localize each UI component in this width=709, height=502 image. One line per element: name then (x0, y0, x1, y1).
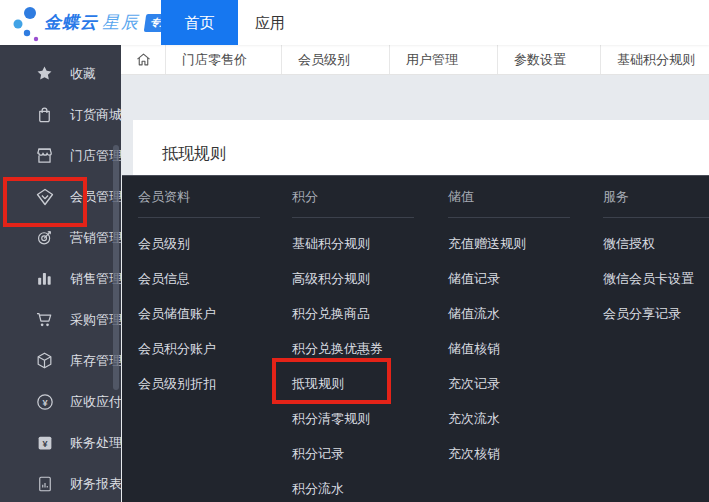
megamenu-item[interactable]: 充次核销 (448, 436, 570, 471)
sidebar-item-1[interactable]: 收藏 (0, 53, 121, 94)
opened-tab-5[interactable]: 基础积分规则 (600, 45, 709, 74)
column-header-divider (292, 217, 414, 218)
megamenu-item[interactable]: 储值流水 (448, 296, 570, 331)
opened-tab-4[interactable]: 参数设置 (497, 45, 600, 74)
megamenu-item[interactable]: 积分流水 (292, 471, 414, 502)
brand-logo: 金蝶云 星辰 专业版 (8, 0, 185, 45)
megamenu-item[interactable]: 积分清零规则 (292, 401, 414, 436)
sidebar-item-label: 收藏 (70, 65, 96, 83)
sidebar-scrollbar[interactable] (113, 145, 119, 390)
yen-square-icon: ¥ (34, 432, 55, 453)
cube-icon (34, 350, 55, 371)
top-tab-apps[interactable]: 应用 (238, 0, 302, 45)
megamenu-item[interactable]: 充次记录 (448, 366, 570, 401)
target-icon (34, 227, 55, 248)
sidebar-nav: 收藏订货商城门店管理会员管理营销管理销售管理采购管理库存管理¥应收应付¥账务处理… (0, 45, 121, 502)
opened-tabs-bar: 门店零售价会员级别用户管理参数设置基础积分规则 (121, 45, 709, 75)
sidebar-item-label: 财务报表 (70, 475, 122, 493)
sidebar-item-9[interactable]: ¥应收应付 (0, 381, 121, 422)
megamenu-item[interactable]: 会员信息 (138, 261, 260, 296)
megamenu-item[interactable]: 储值记录 (448, 261, 570, 296)
megamenu-item[interactable]: 积分记录 (292, 436, 414, 471)
megamenu-column-1: 会员资料会员级别会员信息会员储值账户会员积分账户会员级别折扣 (138, 176, 260, 401)
megamenu-item[interactable]: 积分兑换优惠券 (292, 331, 414, 366)
svg-text:¥: ¥ (42, 438, 47, 448)
svg-text:¥: ¥ (42, 397, 48, 407)
sidebar-item-6[interactable]: 销售管理 (0, 258, 121, 299)
star-icon (34, 63, 55, 84)
home-icon (135, 51, 152, 68)
sidebar-item-label: 订货商城 (70, 106, 122, 124)
sidebar-item-4[interactable]: 会员管理 (0, 176, 121, 217)
megamenu-item[interactable]: 基础积分规则 (292, 226, 414, 261)
bar-chart-icon (34, 268, 55, 289)
coin-icon: ¥ (34, 391, 55, 412)
opened-tab-3[interactable]: 用户管理 (389, 45, 497, 74)
megamenu-column-header: 储值 (448, 176, 570, 206)
sidebar-item-7[interactable]: 采购管理 (0, 299, 121, 340)
sidebar-item-label: 账务处理 (70, 434, 122, 452)
column-header-divider (138, 217, 260, 218)
megamenu-item[interactable]: 微信会员卡设置 (603, 261, 709, 296)
opened-tabs: 门店零售价会员级别用户管理参数设置基础积分规则 (165, 45, 709, 74)
megamenu-item[interactable]: 积分兑换商品 (292, 296, 414, 331)
member-management-megamenu: 会员资料会员级别会员信息会员储值账户会员积分账户会员级别折扣积分基础积分规则高级… (122, 175, 709, 502)
megamenu-item[interactable]: 会员储值账户 (138, 296, 260, 331)
home-tab-button[interactable] (121, 45, 165, 74)
sidebar-item-8[interactable]: 库存管理 (0, 340, 121, 381)
sidebar-item-5[interactable]: 营销管理 (0, 217, 121, 258)
kingdee-dots-icon (8, 4, 42, 42)
top-bar: 金蝶云 星辰 专业版 首页应用 (0, 0, 709, 45)
opened-tab-1[interactable]: 门店零售价 (165, 45, 281, 74)
gem-icon (34, 186, 55, 207)
sidebar-items: 收藏订货商城门店管理会员管理营销管理销售管理采购管理库存管理¥应收应付¥账务处理… (0, 53, 121, 502)
sidebar-item-label: 应收应付 (70, 393, 122, 411)
cart-icon (34, 309, 55, 330)
megamenu-item[interactable]: 微信授权 (603, 226, 709, 261)
store-icon (34, 145, 55, 166)
bag-icon (34, 104, 55, 125)
megamenu-item[interactable]: 会员积分账户 (138, 331, 260, 366)
column-header-divider (603, 217, 709, 218)
opened-tab-2[interactable]: 会员级别 (281, 45, 389, 74)
megamenu-item[interactable]: 抵现规则 (292, 366, 414, 401)
report-icon (34, 473, 55, 494)
megamenu-column-header: 积分 (292, 176, 414, 206)
page-title: 抵现规则 (162, 144, 226, 165)
brand-sub-name: 星辰 (102, 11, 140, 34)
sidebar-item-2[interactable]: 订货商城 (0, 94, 121, 135)
megamenu-column-4: 服务微信授权微信会员卡设置会员分享记录 (603, 176, 709, 331)
megamenu-column-header: 服务 (603, 176, 709, 206)
sidebar-item-3[interactable]: 门店管理 (0, 135, 121, 176)
sidebar-item-10[interactable]: ¥账务处理 (0, 422, 121, 463)
brand-name: 金蝶云 (44, 11, 98, 34)
top-tab-home-active[interactable]: 首页 (161, 0, 238, 45)
megamenu-item[interactable]: 会员级别折扣 (138, 366, 260, 401)
megamenu-item[interactable]: 充值赠送规则 (448, 226, 570, 261)
megamenu-column-3: 储值充值赠送规则储值记录储值流水储值核销充次记录充次流水充次核销 (448, 176, 570, 471)
megamenu-item[interactable]: 会员分享记录 (603, 296, 709, 331)
megamenu-column-2: 积分基础积分规则高级积分规则积分兑换商品积分兑换优惠券抵现规则积分清零规则积分记… (292, 176, 414, 502)
megamenu-item[interactable]: 充次流水 (448, 401, 570, 436)
megamenu-item[interactable]: 会员级别 (138, 226, 260, 261)
sidebar-item-11[interactable]: 财务报表 (0, 463, 121, 502)
megamenu-item[interactable]: 储值核销 (448, 331, 570, 366)
megamenu-column-header: 会员资料 (138, 176, 260, 206)
column-header-divider (448, 217, 570, 218)
megamenu-item[interactable]: 高级积分规则 (292, 261, 414, 296)
